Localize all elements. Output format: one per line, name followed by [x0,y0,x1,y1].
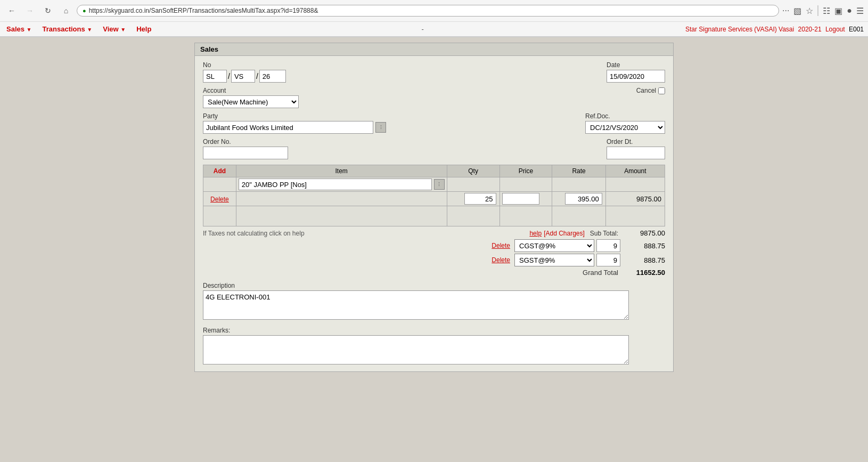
qty-input[interactable] [464,193,496,205]
row-add-cell [203,177,236,192]
page-wrapper: Sales No SL / VS / 26 [0,37,868,457]
slash2: / [256,70,258,83]
remarks-textarea[interactable] [203,335,629,364]
cancel-label: Cancel [636,87,656,94]
help-link[interactable]: help [529,230,542,237]
app-menu-bar: Sales ▼ Transactions ▼ View ▼ Help - Sta… [0,22,868,37]
add-column-header[interactable]: Add [203,165,236,177]
cgst-tax-row: Delete CGST@9% 888.75 [203,239,665,252]
slash1: / [228,70,230,83]
cancel-checkbox[interactable] [658,87,665,94]
sgst-amount: 888.75 [623,256,665,264]
amount-column-header: Amount [605,165,665,177]
refdoc-label: Ref.Doc. [585,112,665,120]
grand-total-value: 11652.50 [623,269,665,277]
reload-button[interactable]: ↻ [40,3,55,18]
price-input[interactable] [502,193,539,205]
empty-add-cell [203,206,236,226]
hamburger-icon[interactable]: ☰ [856,6,864,16]
panel-title: Sales [195,43,673,56]
item-input[interactable] [239,179,432,190]
profile-icon[interactable]: ● [847,6,852,15]
item-grid-icon[interactable]: ⋮ [434,179,445,190]
add-charges-link[interactable]: [Add Charges] [544,230,585,237]
table-row-item: ⋮ [203,177,665,192]
row-amount-value: 9875.00 [605,192,665,206]
description-label: Description [203,282,665,289]
sgst-tax-select[interactable]: SGST@9% [514,254,594,266]
back-button[interactable]: ← [4,3,19,18]
delete-link[interactable]: Delete [210,196,229,203]
rate-input[interactable] [565,193,602,205]
party-input[interactable]: Jubilant Food Works Limited [203,121,373,134]
party-grid-icon[interactable]: ⋮ [375,122,386,133]
date-label: Date [607,61,665,69]
sales-form-panel: Sales No SL / VS / 26 [194,43,674,372]
home-button[interactable]: ⌂ [59,3,73,18]
forward-button[interactable]: → [22,3,37,18]
menu-sales[interactable]: Sales ▼ [4,24,34,34]
menu-dots-icon[interactable]: ··· [782,6,789,15]
row-qty-cell [447,177,499,192]
tabs-icon[interactable]: ▣ [834,6,842,16]
remarks-section: Remarks: [203,327,665,366]
empty-qty-cell [447,206,499,226]
table-row-values: Delete 9875.00 [203,192,665,206]
row-item-cell: ⋮ [236,177,447,192]
cgst-amount: 888.75 [623,242,665,250]
empty-amount-cell [605,206,665,226]
help-row: If Taxes not calculating click on help h… [203,229,665,237]
description-textarea[interactable]: 4G ELECTRONI-001 [203,290,629,320]
sgst-delete-link[interactable]: Delete [492,256,510,264]
remarks-label: Remarks: [203,327,665,334]
empty-item-cell [236,206,447,226]
empty-rate-cell [552,206,605,226]
orderno-label: Order No. [203,138,288,145]
empty-item-textarea[interactable] [239,207,445,223]
empty-price-cell [499,206,552,226]
account-label: Account [203,87,299,94]
grand-total-label: Grand Total [583,269,618,277]
orderno-input[interactable] [203,147,288,159]
menu-view[interactable]: View ▼ [101,24,128,34]
cgst-rate-input[interactable] [596,239,620,252]
menu-separator: - [160,25,685,33]
account-select[interactable]: Sale(New Machine) [203,95,299,108]
price-column-header: Price [499,165,552,177]
row-amount-cell [605,177,665,192]
cgst-delete-link[interactable]: Delete [492,242,510,249]
address-bar[interactable]: ● https://skyguard.co.in/SanSoftERP/Tran… [77,5,779,17]
sub-total-value: 9875.00 [623,229,665,237]
row-rate-value [552,192,605,206]
row-rate-cell [552,177,605,192]
browser-icons: ··· ▧ ☆ ☷ ▣ ● ☰ [782,5,864,16]
row-delete-cell: Delete [203,192,236,206]
right-info: Star Signature Services (VASAI) Vasai 20… [685,26,864,33]
description-section: Description 4G ELECTRONI-001 [203,282,665,321]
menu-transactions[interactable]: Transactions ▼ [40,24,95,34]
table-row-empty [203,206,665,226]
cgst-tax-select[interactable]: CGST@9% [514,239,594,252]
sub-total-label: Sub Total: [590,230,618,237]
no-label: No [203,61,286,69]
refdoc-select[interactable]: DC/12/VS/2020 [585,121,665,134]
orderdt-label: Order Dt. [607,138,665,145]
date-input[interactable]: 15/09/2020 [607,70,665,83]
item-column-header: Item [236,165,447,177]
grand-total-row: Grand Total 11652.50 [203,269,665,277]
shield-icon[interactable]: ▧ [793,6,801,16]
star-icon[interactable]: ☆ [806,6,813,16]
sgst-rate-input[interactable] [596,254,620,266]
party-label: Party [203,112,386,120]
rate-column-header: Rate [552,165,605,177]
no-part1-input[interactable]: SL [203,70,227,83]
no-part3-input[interactable]: 26 [259,70,286,83]
qty-column-header: Qty [447,165,499,177]
library-icon[interactable]: ☷ [823,6,830,16]
row-item-desc-cell [236,192,447,206]
row-qty-value[interactable] [447,192,499,206]
menu-help[interactable]: Help [134,24,153,34]
orderdt-input[interactable] [607,147,665,159]
lock-icon: ● [83,7,86,14]
no-part2-input[interactable]: VS [231,70,255,83]
